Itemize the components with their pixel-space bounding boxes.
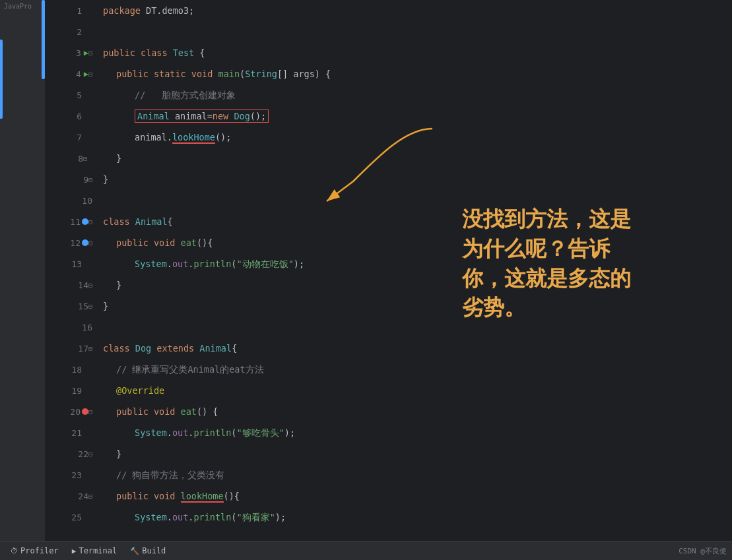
code-line-22: 22 ⊟ } [45, 443, 732, 464]
profiler-button[interactable]: ⏱ Profiler [5, 545, 64, 557]
profiler-label: Profiler [20, 546, 59, 555]
terminal-label: Terminal [79, 546, 117, 555]
fold-15[interactable]: ⊟ [88, 303, 92, 310]
profiler-icon: ⏱ [11, 547, 18, 555]
code-line-20: 20 ⊟ public void eat() { [45, 401, 732, 422]
code-line-9: 9 ⊟ } [45, 169, 732, 190]
watermark: CSDN @不良使 [679, 546, 727, 556]
code-line-2: 2 [45, 21, 732, 42]
code-line-19: 19 @Override [45, 380, 732, 401]
code-line-5: 5 // 胎胞方式创建对象 [45, 84, 732, 106]
code-line-6: 6 Animal animal=new Dog(); [45, 106, 732, 127]
code-line-17: 17 ⊟ class Dog extends Animal{ [45, 338, 732, 359]
fold-22[interactable]: ⊟ [88, 451, 92, 458]
code-line-23: 23 // 狗自带方法，父类没有 [45, 464, 732, 485]
terminal-icon: ▶ [72, 547, 77, 555]
fold-3[interactable]: ⊟ [88, 49, 92, 57]
code-line-3: 3 ▶ ⊟ public class Test { [45, 42, 732, 63]
fold-20[interactable]: ⊟ [88, 408, 92, 416]
build-label: Build [142, 546, 166, 555]
fold-12[interactable]: ⊟ [88, 239, 92, 247]
fold-17[interactable]: ⊟ [88, 345, 92, 352]
build-icon: 🔨 [130, 547, 139, 555]
code-line-7: 7 animal.lookHome(); [45, 127, 732, 148]
fold-4[interactable]: ⊟ [88, 71, 92, 78]
fold-24[interactable]: ⊟ [88, 493, 92, 500]
code-line-1: 1 package DT.demo3; [45, 0, 732, 21]
sidebar-label: JavaPro [0, 0, 44, 13]
code-line-8: 8 ⊟ } [45, 148, 732, 169]
annotation-chinese: 没找到方法，这是为什么呢？告诉你，这就是多态的劣势。 [462, 204, 631, 323]
fold-11[interactable]: ⊟ [88, 218, 92, 226]
bottom-toolbar: ⏱ Profiler ▶ Terminal 🔨 Build CSDN @不良使 [0, 541, 732, 560]
run-line-4[interactable]: ▶ [84, 69, 88, 78]
code-line-4: 4 ▶ ⊟ public static void main(String[] a… [45, 63, 732, 84]
terminal-button[interactable]: ▶ Terminal [67, 545, 122, 557]
fold-9[interactable]: ⊟ [88, 176, 92, 183]
fold-8[interactable]: ⊟ [83, 155, 87, 162]
build-button[interactable]: 🔨 Build [125, 545, 171, 557]
code-line-18: 18 // 继承重写父类Animal的eat方法 [45, 359, 732, 380]
sidebar: JavaPro [0, 0, 45, 541]
run-line-3[interactable]: ▶ [84, 48, 88, 57]
code-line-21: 21 System.out.println("够吃骨头"); [45, 422, 732, 443]
code-line-24: 24 ⊟ public void lookHome(){ [45, 485, 732, 507]
fold-14[interactable]: ⊟ [88, 282, 92, 289]
code-line-25: 25 System.out.println("狗看家"); [45, 507, 732, 528]
